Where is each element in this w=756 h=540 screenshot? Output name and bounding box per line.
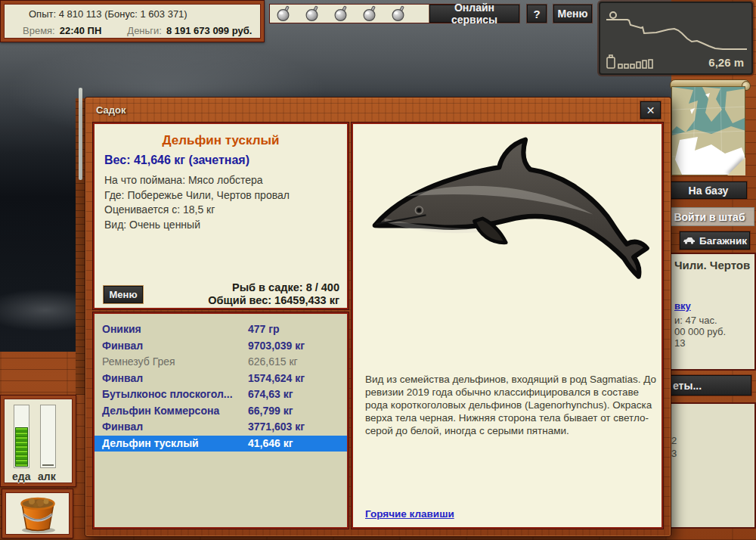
bell-icon[interactable] xyxy=(305,5,321,22)
top-menu-button[interactable]: Меню xyxy=(553,5,592,23)
fish-list-row[interactable]: Дельфин тусклый 41,646 кг xyxy=(94,436,347,452)
location-info-line: 00 000 руб. xyxy=(674,326,754,337)
fish-list-row[interactable]: Ремнезуб Грея 626,615 кг xyxy=(94,354,347,371)
fish-row-weight: 41,646 кг xyxy=(248,436,293,452)
location-title: Чили. Чертов xyxy=(674,259,754,272)
fish-row-name: Бутылконос плоскогол... xyxy=(102,386,233,403)
signal-bars-icon xyxy=(618,60,652,68)
fish-row-weight: 1574,624 кг xyxy=(248,371,305,387)
fish-list-row[interactable]: Бутылконос плоскогол... 674,63 кг xyxy=(94,386,347,403)
help-button[interactable]: ? xyxy=(527,5,547,23)
location-info-line: и: 47 час. xyxy=(674,315,754,326)
fish-name: Дельфин тусклый xyxy=(94,133,347,148)
fish-info-panel: Вид из семейства дельфинов, входящий в р… xyxy=(352,123,663,529)
fish-list-row[interactable]: Финвал 1574,624 кг xyxy=(94,371,347,387)
sonar-panel: 6,26 m xyxy=(599,2,753,75)
fish-row-name: Финвал xyxy=(102,338,143,355)
time-value: 22:40 ПН xyxy=(60,25,102,36)
fish-row-name: Финвал xyxy=(102,371,143,387)
close-icon[interactable]: ✕ xyxy=(640,101,661,119)
online-services-button[interactable]: Онлайн сервисы xyxy=(429,5,519,23)
panel-line: 2 xyxy=(671,434,754,447)
fish-description: Вид из семейства дельфинов, входящий в р… xyxy=(365,373,657,437)
fish-detail-panel: Дельфин тусклый Вес: 41,646 кг (зачетная… xyxy=(93,123,349,309)
cage-count: Рыб в садке: 8 / 400 xyxy=(208,281,339,294)
player-info-panel: Опыт: 4 810 113 (Бонус: 1 603 371) Время… xyxy=(0,0,265,42)
location-link-fragment[interactable]: вку xyxy=(674,300,691,312)
food-meter xyxy=(14,405,29,468)
right-lower-panel: 2 3 xyxy=(668,402,756,529)
panel-line: 3 xyxy=(671,447,754,460)
fish-row-weight: 626,615 кг xyxy=(248,354,298,371)
fish-row-weight: 674,63 кг xyxy=(248,386,293,403)
status-meters-panel: еда алк xyxy=(0,395,76,487)
fish-row-weight: 477 гр xyxy=(248,321,280,338)
fish-valued-line: Оценивается с: 18,5 кг xyxy=(104,203,347,218)
cage-window: Садок ✕ Дельфин тусклый Вес: 41,646 кг (… xyxy=(85,97,671,537)
groundbait-panel[interactable] xyxy=(2,489,73,538)
alcohol-label: алк xyxy=(38,470,56,483)
fish-bait-line: На что поймана: Мясо лобстера xyxy=(104,173,347,188)
hotkeys-link[interactable]: Горячие клавиши xyxy=(365,508,454,520)
cage-total-weight: Общий вес: 16459,433 кг xyxy=(208,294,339,307)
car-icon xyxy=(683,237,696,244)
fish-weight: Вес: 41,646 кг (зачетная) xyxy=(104,154,347,167)
trunk-button[interactable]: Багажник xyxy=(680,231,750,250)
cage-menu-button[interactable]: Меню xyxy=(104,286,143,303)
alcohol-meter-fill xyxy=(42,464,54,466)
fish-list: Оникия 477 гр Финвал 9703,039 кг Ремнезу… xyxy=(93,312,349,529)
trunk-label: Багажник xyxy=(699,235,747,247)
background-scrollbar xyxy=(79,88,82,180)
fish-row-name: Оникия xyxy=(102,321,141,338)
location-info-line: 13 xyxy=(674,337,754,349)
time-label: Время: xyxy=(23,25,55,36)
bell-icon[interactable] xyxy=(391,5,407,22)
bell-icon[interactable] xyxy=(333,5,349,22)
experience-label: Опыт: xyxy=(29,8,56,20)
fish-row-name: Ремнезуб Грея xyxy=(102,354,175,371)
bell-icon[interactable] xyxy=(362,5,378,22)
window-title: Садок xyxy=(96,104,125,116)
battery-icon xyxy=(607,55,615,68)
food-meter-fill xyxy=(15,427,28,467)
fish-list-row[interactable]: Дельфин Коммерсона 66,799 кг xyxy=(94,403,347,420)
fish-where-line: Где: Побережье Чили, Чертов провал xyxy=(104,188,347,203)
map-corner-curl xyxy=(727,157,745,175)
money-value: 8 191 673 099 руб. xyxy=(166,25,252,36)
depth-value: 6,26 m xyxy=(708,56,744,69)
experience-row: Опыт: 4 810 113 (Бонус: 1 603 371) xyxy=(11,8,254,20)
fish-row-weight: 3771,603 кг xyxy=(248,419,305,436)
fish-row-name: Дельфин Коммерсона xyxy=(102,403,219,420)
money-label: Деньги: xyxy=(127,25,162,36)
fish-kind-line: Вид: Очень ценный xyxy=(104,218,347,233)
location-panel: Чили. Чертов вку и: 47 час. 00 000 руб. … xyxy=(668,253,756,371)
float-marker-icon xyxy=(610,12,616,18)
food-label: еда xyxy=(12,470,30,483)
experience-value: 4 810 113 (Бонус: 1 603 371) xyxy=(59,8,187,20)
dolphin-image xyxy=(364,130,654,289)
alcohol-meter xyxy=(40,405,56,468)
fish-row-name: Финвал xyxy=(102,419,143,436)
tickets-button-fragment[interactable]: еты... xyxy=(668,375,751,396)
bell-icon[interactable] xyxy=(276,5,292,22)
fish-list-row[interactable]: Оникия 477 гр xyxy=(94,321,347,338)
fish-row-weight: 9703,039 кг xyxy=(248,338,305,355)
time-money-row: Время: 22:40 ПН Деньги: 8 191 673 099 ру… xyxy=(11,25,254,36)
enter-hq-button[interactable]: Войти в штаб xyxy=(665,207,754,226)
to-base-button[interactable]: На базу xyxy=(670,182,747,199)
bucket-icon xyxy=(13,493,63,534)
fish-row-weight: 66,799 кг xyxy=(248,403,293,420)
fish-list-row[interactable]: Финвал 9703,039 кг xyxy=(94,338,347,355)
fish-row-name: Дельфин тусклый xyxy=(102,436,199,452)
fish-list-row[interactable]: Финвал 3771,603 кг xyxy=(94,419,347,436)
